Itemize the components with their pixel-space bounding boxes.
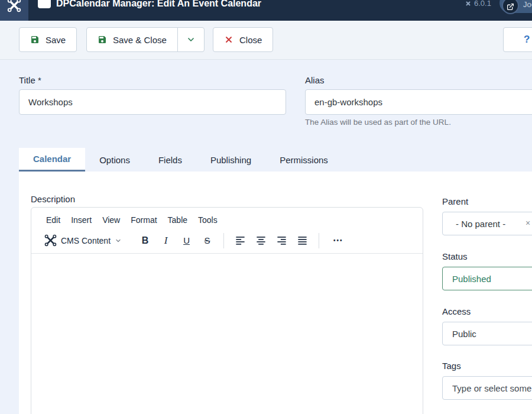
align-left-button[interactable] bbox=[230, 232, 251, 250]
joomla-cms-icon bbox=[44, 234, 57, 247]
save-and-close-button[interactable]: Save & Close bbox=[86, 27, 178, 52]
external-link-icon bbox=[507, 3, 514, 11]
parent-select[interactable]: - No parent - × bbox=[442, 212, 532, 235]
tab-options[interactable]: Options bbox=[85, 148, 144, 172]
editor-content-area[interactable] bbox=[31, 254, 423, 407]
editor-menu-view[interactable]: View bbox=[97, 214, 125, 227]
title-field-label: Title * bbox=[19, 75, 41, 85]
tags-field-label: Tags bbox=[442, 361, 461, 371]
editor-menu-format[interactable]: Format bbox=[125, 214, 162, 227]
user-menu-label: Joomla bbox=[523, 0, 532, 9]
clear-parent-icon[interactable]: × bbox=[525, 219, 530, 227]
joomla-logo-icon bbox=[7, 0, 21, 12]
align-left-icon bbox=[235, 235, 246, 246]
parent-selected-value: - No parent - bbox=[456, 219, 505, 229]
align-justify-icon bbox=[297, 235, 308, 246]
status-selected-value: Published bbox=[452, 274, 491, 284]
align-right-button[interactable] bbox=[271, 232, 292, 250]
joomla-version-icon bbox=[465, 0, 472, 7]
editor-menu-tools[interactable]: Tools bbox=[193, 214, 223, 227]
action-toolbar: Save Save & Close Close ? bbox=[0, 21, 532, 60]
tab-fields[interactable]: Fields bbox=[144, 148, 196, 172]
version-text: 6.0.1 bbox=[474, 0, 491, 8]
alias-input[interactable] bbox=[305, 89, 532, 115]
toolbar-separator bbox=[319, 233, 319, 248]
close-button[interactable]: Close bbox=[213, 27, 273, 52]
alias-help-text: The Alias will be used as part of the UR… bbox=[305, 118, 451, 127]
status-select[interactable]: Published bbox=[442, 267, 532, 290]
component-icon bbox=[38, 0, 51, 8]
save-close-button-group: Save & Close bbox=[86, 27, 205, 52]
close-button-label: Close bbox=[239, 35, 262, 45]
tab-publishing[interactable]: Publishing bbox=[196, 148, 265, 172]
help-button[interactable]: ? bbox=[503, 27, 532, 52]
align-right-icon bbox=[276, 235, 287, 246]
strikethrough-button[interactable]: S bbox=[197, 232, 218, 250]
tab-permissions[interactable]: Permissions bbox=[265, 148, 342, 172]
chevron-down-icon bbox=[186, 35, 196, 44]
tab-calendar[interactable]: Calendar bbox=[19, 148, 85, 172]
cms-content-button[interactable]: CMS Content bbox=[41, 234, 125, 247]
editor-menu-insert[interactable]: Insert bbox=[66, 214, 97, 227]
description-label: Description bbox=[31, 194, 75, 204]
tags-field bbox=[442, 376, 532, 400]
access-select[interactable]: Public bbox=[442, 322, 532, 345]
save-icon bbox=[98, 35, 107, 44]
bold-button[interactable]: B bbox=[135, 232, 155, 250]
chevron-down-icon bbox=[115, 237, 122, 244]
page-title: DPCalendar Manager: Edit An Event Calend… bbox=[56, 0, 261, 9]
status-field-label: Status bbox=[442, 251, 468, 261]
help-question-icon: ? bbox=[524, 34, 530, 46]
version-badge: 6.0.1 bbox=[465, 0, 491, 8]
close-x-icon bbox=[224, 35, 233, 44]
editor-menu-table[interactable]: Table bbox=[163, 214, 193, 227]
parent-field-label: Parent bbox=[442, 196, 468, 206]
editor-menubar: Edit Insert View Format Table Tools bbox=[31, 208, 423, 228]
save-button-label: Save bbox=[46, 35, 66, 45]
tab-bar: Calendar Options Fields Publishing Permi… bbox=[19, 148, 342, 172]
align-center-icon bbox=[255, 235, 267, 246]
editor-toolbar: CMS Content B I U S bbox=[31, 228, 423, 254]
access-field-label: Access bbox=[442, 306, 471, 316]
save-options-dropdown-button[interactable] bbox=[177, 27, 205, 52]
dpcalendar-edit-screen: DPCalendar Manager: Edit An Event Calend… bbox=[0, 0, 532, 414]
title-input[interactable] bbox=[19, 89, 286, 115]
more-toolbar-button[interactable]: ••• bbox=[333, 237, 343, 244]
editor-menu-edit[interactable]: Edit bbox=[41, 214, 66, 227]
save-and-close-label: Save & Close bbox=[113, 35, 167, 45]
save-icon bbox=[30, 35, 40, 44]
align-justify-button[interactable] bbox=[292, 232, 313, 250]
joomla-logo-box[interactable] bbox=[0, 0, 28, 21]
tags-input[interactable] bbox=[443, 377, 532, 399]
italic-button[interactable]: I bbox=[155, 232, 176, 250]
alias-field-label: Alias bbox=[305, 75, 325, 85]
admin-header-bar: DPCalendar Manager: Edit An Event Calend… bbox=[0, 0, 532, 21]
access-selected-value: Public bbox=[452, 329, 476, 339]
underline-button[interactable]: U bbox=[176, 232, 197, 250]
toolbar-separator bbox=[223, 233, 224, 248]
align-center-button[interactable] bbox=[251, 232, 271, 250]
description-editor: Edit Insert View Format Table Tools CMS … bbox=[31, 207, 423, 414]
cms-content-label: CMS Content bbox=[61, 236, 111, 245]
save-button[interactable]: Save bbox=[19, 27, 77, 52]
